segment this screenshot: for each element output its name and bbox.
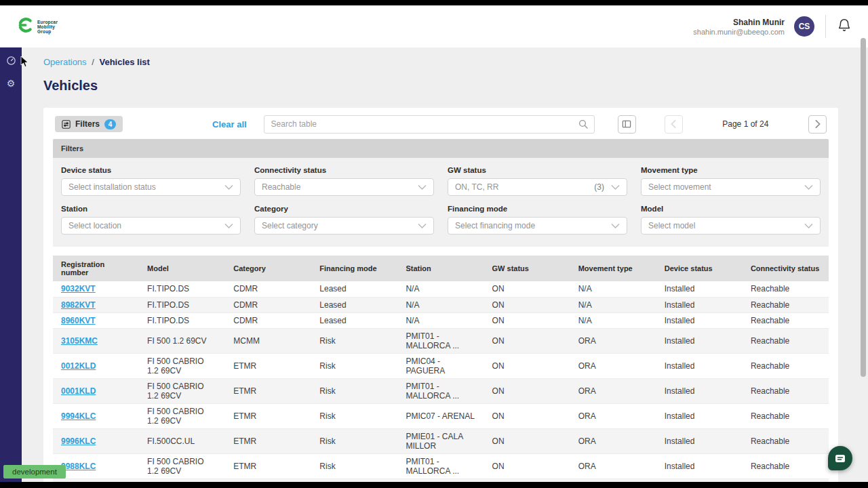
cell-station: PMIC04 - PAGUERA [397,353,484,378]
cell-movement: N/A [570,281,656,297]
chevron-down-icon [804,223,813,229]
user-email: shahin.munir@ubeeqo.com [693,28,785,36]
scrollbar-thumb[interactable] [861,38,866,377]
filter-label: Connectivity status [254,166,434,174]
chevron-down-icon [611,223,620,229]
cell-category: MCMM [225,328,311,353]
filter-select-connectivity-status[interactable]: Reachable [254,178,434,196]
cell-gw-status: ON [484,297,570,312]
cell-station: N/A [397,297,484,312]
filter-select-gw-status[interactable]: ON, TC, RR(3) [448,178,627,196]
registration-link[interactable]: 9032KVT [61,284,96,293]
filters-button-label: Filters [75,119,100,129]
gear-icon: ⚙ [7,78,16,89]
bell-icon[interactable] [837,18,852,35]
cell-model: FI.500CC.UL [139,428,225,453]
filter-select-model[interactable]: Select model [641,217,821,235]
filter-value: Select installation status [68,182,218,192]
registration-link[interactable]: 9996KLC [61,436,96,446]
registration-link[interactable]: 3105KMC [61,336,98,346]
sidebar-item-dashboard[interactable] [5,56,17,68]
filters-button[interactable]: Filters 4 [55,116,123,132]
filter-label: Station [61,205,241,213]
filter-label: Financing mode [448,205,627,213]
cell-station: N/A [397,281,484,297]
cell-category: ETMR [225,403,311,428]
cell-financing: Risk [311,428,397,453]
filter-field-station: StationSelect location [61,205,241,235]
cell-station: PMIE01 - CALA MILLOR [397,428,484,453]
cell-registration: 9032KVT [53,281,139,297]
cell-registration: 0001KLD [53,378,139,403]
brand-logo: Europcar Mobility Group [16,16,58,37]
vehicles-table-head: Registration numberModelCategoryFinancin… [53,256,829,281]
column-settings-button[interactable] [618,115,636,134]
registration-link[interactable]: 0012KLD [61,361,96,371]
filter-select-movement-type[interactable]: Select movement [641,178,821,196]
cell-movement: ORA [570,328,656,353]
avatar[interactable]: CS [794,16,814,37]
cell-model: FI 500 CABRIO 1.2 69CV [139,353,225,378]
cell-model: FI 500 CABRIO 1.2 69CV [139,403,225,428]
registration-link[interactable]: 8982KVT [61,300,96,310]
speedometer-icon [6,56,16,68]
cell-device-status: Installed [656,378,743,403]
filter-select-category[interactable]: Select category [254,217,434,235]
previous-page-button[interactable] [665,115,683,134]
columns-layout-icon [622,119,631,129]
user-info: Shahin Munir shahin.munir@ubeeqo.com [693,18,785,36]
column-header: Connectivity status [743,256,829,281]
filter-value: Select movement [648,182,797,192]
cell-device-status: Installed [656,297,743,312]
search-icon[interactable] [578,119,589,129]
chevron-left-icon [670,120,677,128]
registration-link[interactable]: 8960KVT [61,316,96,325]
cell-device-status: Installed [656,403,743,428]
chevron-down-icon [224,223,233,229]
column-header: Station [397,256,484,281]
filters-panel: Filters Device statusSelect installation… [53,139,829,247]
filter-label: GW status [448,166,627,174]
cell-connectivity: Reachable [743,328,829,353]
cell-registration: 8960KVT [53,312,139,328]
registration-link[interactable]: 9988KLC [61,462,96,471]
cell-category: ETMR [225,353,311,378]
next-page-button[interactable] [808,115,827,134]
filter-label: Movement type [641,166,821,174]
cell-model: FI.TIPO.DS [139,297,225,312]
cell-financing: Risk [311,453,397,479]
registration-link[interactable]: 0001KLD [61,386,96,396]
chat-widget-button[interactable] [828,446,852,470]
filter-select-station[interactable]: Select location [61,217,241,235]
cell-category: CDMR [225,312,311,328]
header-divider [825,15,826,38]
filter-value: Select financing mode [455,221,604,230]
cell-station: PMIT01 - MALLORCA ... [397,453,484,479]
sidebar-item-settings[interactable]: ⚙ [5,77,17,89]
cell-connectivity: Reachable [743,378,829,403]
table-row: 0012KLDFI 500 CABRIO 1.2 69CVETMRRiskPMI… [53,353,829,378]
cell-financing: Risk [311,403,397,428]
breadcrumb-operations-link[interactable]: Operations [43,57,87,67]
column-header: Movement type [570,256,656,281]
filter-value: ON, TC, RR [455,182,594,192]
table-row: 9032KVTFI.TIPO.DSCDMRLeasedN/AONN/AInsta… [53,281,829,297]
filter-select-device-status[interactable]: Select installation status [61,178,241,196]
cell-gw-status: ON [484,453,570,479]
registration-link[interactable]: 9994KLC [61,411,96,421]
screen: Europcar Mobility Group Shahin Munir sha… [0,0,868,488]
page-scrollbar[interactable] [859,5,867,482]
filter-select-financing-mode[interactable]: Select financing mode [448,217,627,235]
cell-connectivity: Reachable [743,428,829,453]
chat-icon [835,454,846,463]
filter-field-device-status: Device statusSelect installation status [61,166,241,196]
search-input[interactable] [271,119,578,129]
page-title: Vehicles [43,78,838,94]
filter-value: Select category [262,221,411,230]
cell-station: PMIT01 - MALLORCA ... [397,378,484,403]
chevron-down-icon [804,184,813,190]
clear-all-link[interactable]: Clear all [212,119,247,129]
cell-financing: Leased [311,281,397,297]
cell-registration: 9988KLC [53,453,139,479]
breadcrumb-current: Vehicles list [99,57,149,67]
